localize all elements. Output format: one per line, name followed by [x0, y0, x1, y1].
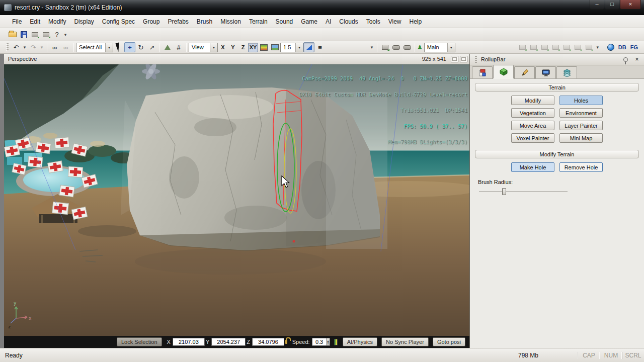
flowgraph-button[interactable]: FG — [628, 43, 640, 51]
snap-grid-button[interactable]: # — [173, 42, 184, 52]
select-tool-button[interactable] — [113, 42, 124, 52]
undo-dropdown[interactable]: ▾ — [22, 42, 28, 52]
make-hole-button[interactable]: Make Hole — [511, 162, 554, 172]
pin-icon[interactable] — [623, 57, 628, 62]
gamepad-b-button[interactable] — [401, 42, 413, 52]
viewport-page-icon[interactable] — [451, 56, 458, 62]
viewport-label[interactable]: Perspective — [6, 56, 422, 62]
terrain-group-header[interactable]: Terrain — [475, 83, 639, 92]
axis-xy-button[interactable]: XY — [248, 43, 258, 52]
viewport-3d-scene[interactable]: y x z CamPos=2099 2009 49 Angl=-24 0 0 Z… — [4, 64, 469, 336]
menu-game[interactable]: Game — [297, 16, 321, 27]
vegetation-button[interactable]: Vegetation — [511, 108, 554, 118]
menu-modify[interactable]: Modify — [44, 16, 70, 27]
redo-button[interactable]: ↷ — [28, 42, 39, 52]
brush-radius-slider[interactable] — [479, 187, 568, 196]
angle-snap-button[interactable] — [303, 42, 314, 52]
menu-config-spec[interactable]: Config Spec — [98, 16, 139, 27]
goto-position-button[interactable]: Goto posi — [433, 337, 465, 346]
disabled-tool-5[interactable] — [561, 42, 573, 52]
slider-thumb[interactable] — [502, 188, 506, 195]
toolbar-grip[interactable] — [6, 43, 9, 51]
database-view-button[interactable]: DB — [616, 43, 628, 51]
speed-input[interactable] — [312, 338, 327, 346]
menu-help[interactable]: Help — [405, 16, 426, 27]
menu-file[interactable]: File — [8, 16, 26, 27]
menu-display[interactable]: Display — [70, 16, 98, 27]
lock-axis-icon[interactable] — [285, 340, 287, 344]
main-mission-combo[interactable]: Main ▾ — [424, 43, 455, 52]
ai-physics-button[interactable]: AI/Physics — [343, 337, 377, 346]
move-tool-button[interactable]: + — [124, 42, 135, 52]
modify-button[interactable]: Modify — [511, 96, 554, 105]
export-to-engine-button[interactable] — [29, 30, 40, 40]
snap-angle-combo[interactable]: 1.5 ▾ — [280, 43, 303, 52]
y-coord-input[interactable] — [211, 338, 246, 346]
menu-prefabs[interactable]: Prefabs — [164, 16, 192, 27]
right-toolbar-overflow[interactable]: ▾ — [595, 42, 601, 52]
minimize-button[interactable]: – — [590, 0, 604, 10]
unlink-button[interactable]: ∞ — [60, 42, 71, 52]
gamepad-a-button[interactable] — [390, 42, 401, 52]
redo-dropdown[interactable]: ▾ — [39, 42, 45, 52]
selection-mask-combo[interactable]: Select All ▾ — [76, 43, 113, 52]
layer-painter-button[interactable]: Layer Painter — [559, 121, 603, 130]
follow-terrain-button[interactable] — [162, 42, 173, 52]
menu-clouds[interactable]: Clouds — [335, 16, 362, 27]
remove-hole-button[interactable]: Remove Hole — [559, 162, 603, 172]
menu-edit[interactable]: Edit — [26, 16, 44, 27]
x-coord-input[interactable] — [173, 338, 205, 346]
menu-group[interactable]: Group — [139, 16, 164, 27]
disabled-tool-6[interactable] — [573, 42, 584, 52]
speed-stepper[interactable]: ▲▼ — [327, 338, 330, 346]
disabled-tool-7[interactable] — [584, 42, 595, 52]
rotate-tool-button[interactable]: ↻ — [135, 42, 146, 52]
menu-ai[interactable]: AI — [321, 16, 335, 27]
modify-terrain-group-header[interactable]: Modify Terrain — [475, 150, 639, 158]
menu-brush[interactable]: Brush — [193, 16, 216, 27]
tab-display[interactable] — [535, 66, 556, 78]
axis-z-button[interactable]: Z — [238, 43, 248, 52]
menu-terrain[interactable]: Terrain — [245, 16, 272, 27]
menu-sound[interactable]: Sound — [272, 16, 297, 27]
scale-tool-button[interactable]: ↗ — [146, 42, 157, 52]
tab-layers[interactable] — [556, 66, 577, 78]
menu-mission[interactable]: Mission — [216, 16, 245, 27]
open-button[interactable] — [7, 30, 18, 40]
toolbar1-overflow[interactable]: ▾ — [62, 30, 68, 40]
terrain-color-button[interactable] — [258, 42, 269, 52]
tab-objects[interactable] — [472, 66, 493, 78]
axis-y-button[interactable]: Y — [228, 43, 238, 52]
lock-selection-button[interactable]: Lock Selection — [117, 337, 162, 346]
move-area-button[interactable]: Move Area — [511, 121, 554, 130]
mini-map-button[interactable]: Mini Map — [559, 133, 603, 143]
toolbar2-overflow[interactable]: ▾ — [369, 42, 375, 52]
holes-button[interactable]: Holes — [559, 96, 603, 105]
undo-button[interactable]: ↶ — [11, 42, 22, 52]
maximize-button[interactable]: □ — [605, 0, 619, 10]
tab-modelling[interactable] — [514, 66, 535, 78]
export-selected-button[interactable] — [40, 30, 51, 40]
voxel-painter-button[interactable]: Voxel Painter — [511, 133, 554, 143]
menu-tools[interactable]: Tools — [362, 16, 384, 27]
layout-button[interactable]: ≡ — [314, 42, 326, 52]
terrain-collision-icon[interactable] — [334, 339, 338, 345]
disabled-tool-1[interactable] — [517, 42, 528, 52]
view-combo[interactable]: View ▾ — [189, 43, 218, 52]
rollupbar-grip[interactable] — [475, 56, 477, 63]
tab-terrain[interactable] — [493, 65, 514, 78]
no-sync-player-button[interactable]: No Sync Player — [381, 337, 429, 346]
environment-button[interactable]: Environment — [559, 108, 603, 118]
validate-button[interactable] — [379, 42, 390, 52]
rollupbar-close-icon[interactable]: × — [633, 56, 641, 63]
z-coord-input[interactable] — [252, 338, 284, 346]
screenshot-button[interactable] — [269, 42, 280, 52]
disabled-tool-2[interactable] — [528, 42, 539, 52]
axis-x-button[interactable]: X — [218, 43, 228, 52]
disabled-tool-4[interactable] — [550, 42, 561, 52]
goto-position-sphere-button[interactable] — [605, 42, 616, 52]
save-button[interactable] — [18, 30, 29, 40]
disabled-tool-3[interactable] — [539, 42, 550, 52]
link-button[interactable]: ∞ — [49, 42, 60, 52]
viewport-expand-icon[interactable] — [460, 56, 467, 62]
